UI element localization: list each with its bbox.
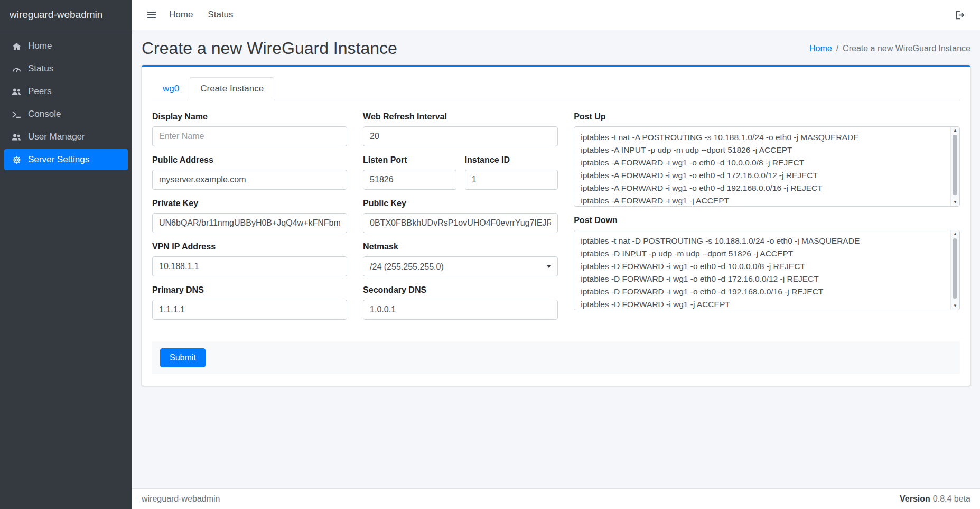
web-refresh-label: Web Refresh Interval xyxy=(363,112,558,122)
users-icon xyxy=(10,133,23,141)
secondary-dns-input[interactable] xyxy=(363,300,558,320)
sidebar-item-label: Peers xyxy=(28,86,51,97)
sidebar-item-label: Server Settings xyxy=(28,154,89,165)
post-up-group: Post Up iptables -t nat -A POSTROUTING -… xyxy=(574,112,960,207)
vpn-ip-input[interactable] xyxy=(152,256,347,276)
tab-create-instance[interactable]: Create Instance xyxy=(190,77,274,100)
page-footer: wireguard-webadmin Version0.8.4 beta xyxy=(132,488,980,509)
public-address-input[interactable] xyxy=(152,170,347,190)
public-address-label: Public Address xyxy=(152,155,347,165)
listen-port-group: Listen Port xyxy=(359,155,461,190)
logout-icon xyxy=(955,11,965,20)
version-value: 0.8.4 beta xyxy=(933,494,970,503)
web-refresh-group: Web Refresh Interval xyxy=(363,112,558,146)
content-header: Create a new WireGuard Instance Home / C… xyxy=(132,30,980,65)
listen-port-input[interactable] xyxy=(363,170,456,190)
submit-button[interactable]: Submit xyxy=(160,348,206,367)
sidebar-toggle-button[interactable] xyxy=(142,6,162,23)
brand-link[interactable]: wireguard-webadmin xyxy=(0,0,132,30)
display-name-input[interactable] xyxy=(152,126,347,146)
scrollbar-thumb[interactable] xyxy=(953,238,957,299)
sidebar-item-label: Status xyxy=(28,63,53,74)
listen-port-label: Listen Port xyxy=(363,155,456,165)
sidebar-item-user-manager[interactable]: User Manager xyxy=(4,126,128,147)
sidebar-item-home[interactable]: Home xyxy=(4,35,128,57)
secondary-dns-label: Secondary DNS xyxy=(363,285,558,295)
sidebar: wireguard-webadmin Home Status xyxy=(0,0,132,509)
tab-wg0[interactable]: wg0 xyxy=(152,77,190,100)
topnav-link-status[interactable]: Status xyxy=(200,5,240,24)
post-down-group: Post Down iptables -t nat -D POSTROUTING… xyxy=(574,216,960,310)
scroll-up-icon[interactable]: ▲ xyxy=(953,232,957,236)
sidebar-item-server-settings[interactable]: Server Settings xyxy=(4,149,128,170)
sidebar-nav: Home Status xyxy=(0,30,132,175)
sidebar-item-console[interactable]: Console xyxy=(4,104,128,125)
hamburger-icon xyxy=(147,11,156,19)
post-up-label: Post Up xyxy=(574,112,960,122)
post-up-scrollbar[interactable]: ▲ ▼ xyxy=(950,127,959,206)
post-up-textarea[interactable]: iptables -t nat -A POSTROUTING -s 10.188… xyxy=(574,126,960,207)
instance-card: wg0 Create Instance Display Name Public … xyxy=(142,65,970,386)
private-key-input[interactable] xyxy=(152,213,347,233)
sidebar-item-peers[interactable]: Peers xyxy=(4,81,128,102)
public-address-group: Public Address xyxy=(152,155,347,190)
public-key-group: Public Key xyxy=(363,199,558,233)
instance-id-label: Instance ID xyxy=(465,155,558,165)
primary-dns-input[interactable] xyxy=(152,300,347,320)
display-name-label: Display Name xyxy=(152,112,347,122)
topnav-link-home[interactable]: Home xyxy=(162,5,200,24)
scroll-up-icon[interactable]: ▲ xyxy=(953,128,957,133)
scroll-down-icon[interactable]: ▼ xyxy=(953,304,957,308)
sidebar-item-label: User Manager xyxy=(28,132,85,142)
public-key-input[interactable] xyxy=(363,213,558,233)
secondary-dns-group: Secondary DNS xyxy=(363,285,558,320)
page-title: Create a new WireGuard Instance xyxy=(142,39,397,58)
footer-brand: wireguard-webadmin xyxy=(142,494,220,504)
display-name-group: Display Name xyxy=(152,112,347,146)
home-icon xyxy=(10,42,23,50)
port-and-id-group: Listen Port Instance ID xyxy=(363,155,558,190)
web-refresh-input[interactable] xyxy=(363,126,558,146)
post-down-scrollbar[interactable]: ▲ ▼ xyxy=(950,230,959,310)
breadcrumb-home-link[interactable]: Home xyxy=(809,44,832,53)
instance-tabs: wg0 Create Instance xyxy=(152,77,960,100)
breadcrumb-separator: / xyxy=(836,44,838,53)
post-down-textarea[interactable]: iptables -t nat -D POSTROUTING -s 10.188… xyxy=(574,230,960,310)
tachometer-icon xyxy=(10,65,23,72)
sidebar-item-label: Console xyxy=(28,109,61,119)
brand-text: wireguard-webadmin xyxy=(10,9,102,21)
sidebar-item-status[interactable]: Status xyxy=(4,58,128,79)
netmask-select[interactable]: /24 (255.255.255.0) xyxy=(363,256,558,276)
form-column-middle: Web Refresh Interval Listen Port Insta xyxy=(355,112,566,329)
form-column-right: Post Up iptables -t nat -A POSTROUTING -… xyxy=(566,112,968,329)
breadcrumb: Home / Create a new WireGuard Instance xyxy=(809,44,970,53)
instance-id-group: Instance ID xyxy=(461,155,563,190)
private-key-label: Private Key xyxy=(152,199,347,208)
terminal-icon xyxy=(10,110,23,118)
scrollbar-thumb[interactable] xyxy=(953,135,957,195)
form-actions: Submit xyxy=(152,341,960,374)
netmask-group: Netmask /24 (255.255.255.0) xyxy=(363,242,558,276)
form-column-left: Display Name Public Address Private Key xyxy=(144,112,355,329)
scroll-down-icon[interactable]: ▼ xyxy=(953,200,957,205)
private-key-group: Private Key xyxy=(152,199,347,233)
netmask-label: Netmask xyxy=(363,242,558,252)
vpn-ip-label: VPN IP Address xyxy=(152,242,347,252)
primary-dns-label: Primary DNS xyxy=(152,285,347,295)
public-key-label: Public Key xyxy=(363,199,558,208)
version-label: Version xyxy=(900,494,930,503)
gear-icon xyxy=(10,155,23,164)
breadcrumb-current: Create a new WireGuard Instance xyxy=(843,44,970,53)
version-info: Version0.8.4 beta xyxy=(900,494,970,504)
instance-form: Display Name Public Address Private Key xyxy=(144,112,968,329)
top-navbar: Home Status xyxy=(132,0,980,30)
primary-dns-group: Primary DNS xyxy=(152,285,347,320)
logout-button[interactable] xyxy=(950,6,970,24)
instance-id-input[interactable] xyxy=(465,170,558,190)
card-body: wg0 Create Instance Display Name Public … xyxy=(142,67,970,386)
users-icon xyxy=(10,88,23,96)
post-down-label: Post Down xyxy=(574,216,960,225)
sidebar-item-label: Home xyxy=(28,41,52,51)
main-area: Home Status Create a new WireGuard Insta… xyxy=(132,0,980,509)
app-root: wireguard-webadmin Home Status xyxy=(0,0,980,509)
